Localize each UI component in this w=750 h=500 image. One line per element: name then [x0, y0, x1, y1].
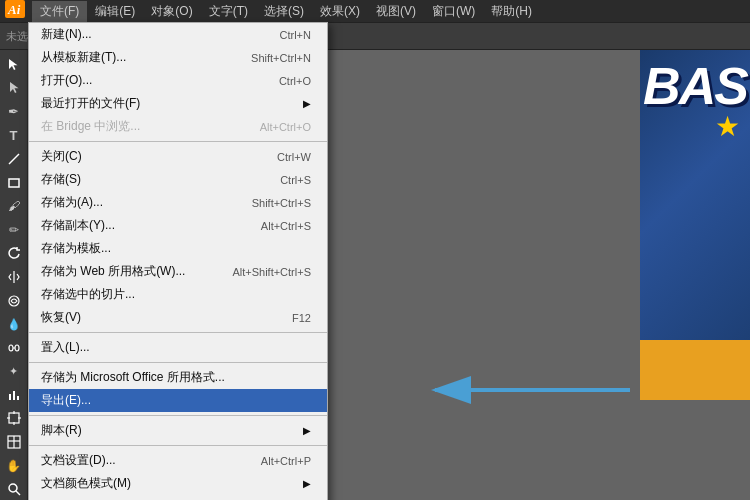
menu-item-file-info[interactable]: 文件信息(I)... Alt+Shift+Ctrl+I [29, 495, 327, 500]
menu-type[interactable]: 文字(T) [201, 1, 256, 22]
svg-rect-9 [9, 394, 11, 400]
artwork-bottom-bar [640, 340, 750, 400]
tool-hand[interactable]: ✋ [3, 455, 25, 477]
menu-item-open[interactable]: 打开(O)... Ctrl+O [29, 69, 327, 92]
svg-point-20 [9, 484, 17, 492]
menu-item-place[interactable]: 置入(L)... [29, 336, 327, 359]
menu-item-export[interactable]: 导出(E)... [29, 389, 327, 412]
tool-warp[interactable] [3, 290, 25, 312]
menubar: Ai 文件(F) 编辑(E) 对象(O) 文字(T) 选择(S) 效果(X) 视… [0, 0, 750, 22]
tools-panel: ✒ T 🖌 ✏ 💧 ✦ ✋ [0, 50, 28, 500]
tool-pen[interactable]: ✒ [3, 101, 25, 123]
tool-eyedropper[interactable]: 💧 [3, 313, 25, 335]
separator-3 [29, 362, 327, 363]
menu-item-save-as[interactable]: 存储为(A)... Shift+Ctrl+S [29, 191, 327, 214]
app-logo: Ai [4, 0, 26, 22]
tool-blend[interactable] [3, 337, 25, 359]
tool-paintbrush[interactable]: 🖌 [3, 195, 25, 217]
artwork-preview: BAS ★ [640, 50, 750, 400]
svg-point-7 [15, 345, 19, 351]
tool-line[interactable] [3, 148, 25, 170]
tool-artboard[interactable] [3, 408, 25, 430]
tool-direct-selection[interactable] [3, 78, 25, 100]
svg-rect-12 [9, 413, 19, 423]
tool-graph[interactable] [3, 384, 25, 406]
separator-1 [29, 141, 327, 142]
menu-item-close[interactable]: 关闭(C) Ctrl+W [29, 145, 327, 168]
svg-rect-11 [17, 396, 19, 400]
menu-item-save-office[interactable]: 存储为 Microsoft Office 所用格式... [29, 366, 327, 389]
svg-line-21 [16, 491, 20, 495]
menu-help[interactable]: 帮助(H) [483, 1, 540, 22]
svg-rect-10 [13, 391, 15, 400]
tool-slice[interactable] [3, 431, 25, 453]
tool-type[interactable]: T [3, 125, 25, 147]
menu-item-recent[interactable]: 最近打开的文件(F) ▶ [29, 92, 327, 115]
menu-window[interactable]: 窗口(W) [424, 1, 483, 22]
svg-point-6 [9, 345, 13, 351]
separator-4 [29, 415, 327, 416]
menu-select[interactable]: 选择(S) [256, 1, 312, 22]
svg-rect-3 [9, 179, 19, 187]
separator-2 [29, 332, 327, 333]
menu-file[interactable]: 文件(F) [32, 1, 87, 22]
separator-5 [29, 445, 327, 446]
svg-text:Ai: Ai [7, 2, 21, 17]
tool-zoom[interactable] [3, 478, 25, 500]
menu-item-save-template[interactable]: 存储为模板... [29, 237, 327, 260]
menu-item-save-slices[interactable]: 存储选中的切片... [29, 283, 327, 306]
menu-edit[interactable]: 编辑(E) [87, 1, 143, 22]
menu-item-scripts[interactable]: 脚本(R) ▶ [29, 419, 327, 442]
tool-pencil[interactable]: ✏ [3, 219, 25, 241]
artwork-text: BAS [643, 60, 747, 112]
menu-item-doc-color[interactable]: 文档颜色模式(M) ▶ [29, 472, 327, 495]
tool-selection[interactable] [3, 54, 25, 76]
menu-item-new-template[interactable]: 从模板新建(T)... Shift+Ctrl+N [29, 46, 327, 69]
menu-effect[interactable]: 效果(X) [312, 1, 368, 22]
menu-item-new[interactable]: 新建(N)... Ctrl+N [29, 23, 327, 46]
menu-item-save[interactable]: 存储(S) Ctrl+S [29, 168, 327, 191]
tool-rectangle[interactable] [3, 172, 25, 194]
menu-item-save-copy[interactable]: 存储副本(Y)... Alt+Ctrl+S [29, 214, 327, 237]
menu-item-bridge: 在 Bridge 中浏览... Alt+Ctrl+O [29, 115, 327, 138]
menu-view[interactable]: 视图(V) [368, 1, 424, 22]
menu-item-doc-setup[interactable]: 文档设置(D)... Alt+Ctrl+P [29, 449, 327, 472]
tool-symbol[interactable]: ✦ [3, 361, 25, 383]
artwork-star: ★ [715, 110, 745, 140]
file-menu-dropdown: 新建(N)... Ctrl+N 从模板新建(T)... Shift+Ctrl+N… [28, 22, 328, 500]
menu-item-save-web[interactable]: 存储为 Web 所用格式(W)... Alt+Shift+Ctrl+S [29, 260, 327, 283]
tool-mirror[interactable] [3, 266, 25, 288]
file-menu-panel: 新建(N)... Ctrl+N 从模板新建(T)... Shift+Ctrl+N… [28, 22, 328, 500]
menu-item-revert[interactable]: 恢复(V) F12 [29, 306, 327, 329]
tool-rotate[interactable] [3, 243, 25, 265]
svg-line-2 [9, 154, 19, 164]
menu-object[interactable]: 对象(O) [143, 1, 200, 22]
